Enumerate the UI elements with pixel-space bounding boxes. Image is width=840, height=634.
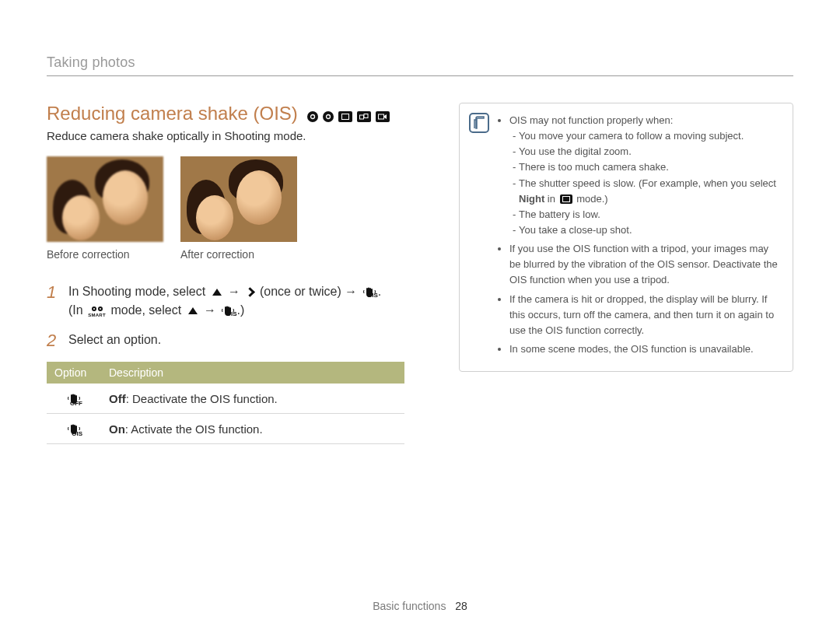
list-item: OIS may not function properly when: You … bbox=[509, 113, 782, 238]
list-item: You move your camera to follow a moving … bbox=[519, 128, 782, 144]
step-number: 2 bbox=[47, 331, 58, 351]
step1-text-a: In Shooting mode, select bbox=[68, 285, 209, 298]
note-b1-4b: in bbox=[544, 193, 558, 205]
list-item: The shutter speed is slow. (For example,… bbox=[519, 176, 782, 207]
off-desc: : Deactivate the OIS function. bbox=[126, 392, 278, 405]
svg-rect-4 bbox=[364, 114, 368, 118]
right-icon bbox=[245, 287, 254, 298]
heading-row: Reducing camera shake (OIS) bbox=[47, 103, 404, 124]
list-item: The battery is low. bbox=[519, 207, 782, 222]
camera-p-icon bbox=[323, 111, 334, 122]
note-box: OIS may not function properly when: You … bbox=[459, 103, 793, 372]
note-b1: OIS may not function properly when: bbox=[509, 114, 673, 126]
after-image bbox=[180, 156, 297, 242]
intro-text: Reduce camera shake optically in Shootin… bbox=[47, 129, 404, 142]
step1-text-d: mode, select bbox=[110, 303, 184, 317]
note-b1-4a: The shutter speed is slow. (For example,… bbox=[519, 177, 776, 189]
content-columns: Reducing camera shake (OIS) Reduce camer… bbox=[47, 103, 793, 444]
mode-icons bbox=[307, 111, 390, 122]
before-image-box: Before correction bbox=[47, 156, 163, 261]
up-icon bbox=[187, 306, 199, 317]
step-number: 1 bbox=[47, 282, 58, 320]
list-item: In some scene modes, the OIS function is… bbox=[509, 342, 782, 357]
on-label: On bbox=[109, 422, 125, 436]
page-number: 28 bbox=[455, 600, 467, 612]
scene-icon bbox=[338, 111, 352, 122]
col-option: Option bbox=[47, 362, 101, 384]
note-sublist: You move your camera to follow a moving … bbox=[509, 128, 782, 238]
scene-mode-icon bbox=[560, 194, 572, 204]
off-label: Off bbox=[109, 392, 126, 405]
svg-point-0 bbox=[310, 115, 314, 119]
options-table: Option Description OFF Off: Deactivate t… bbox=[47, 362, 404, 444]
step1-text-e: .) bbox=[236, 303, 244, 317]
table-row: OIS On: Activate the OIS function. bbox=[47, 414, 404, 444]
table-header-row: Option Description bbox=[47, 362, 404, 384]
option-desc-cell: On: Activate the OIS function. bbox=[101, 414, 404, 444]
svg-rect-2 bbox=[341, 114, 348, 120]
ois-hand-icon: OIS bbox=[221, 305, 235, 317]
page-footer: Basic functions 28 bbox=[0, 600, 840, 612]
ois-sub: OIS bbox=[72, 430, 82, 437]
off-sub: OFF bbox=[70, 400, 82, 407]
smart-auto-icon: SMART bbox=[88, 306, 106, 319]
arrow: → bbox=[228, 285, 240, 298]
step-2-body: Select an option. bbox=[68, 331, 161, 351]
arrow: → bbox=[345, 285, 357, 298]
on-desc: : Activate the OIS function. bbox=[125, 422, 263, 436]
list-item: You use the digital zoom. bbox=[519, 144, 782, 159]
footer-section: Basic functions bbox=[373, 600, 446, 612]
camera-icon bbox=[307, 111, 318, 122]
smart-label: SMART bbox=[88, 312, 106, 319]
step-1: 1 In Shooting mode, select → (once or tw… bbox=[47, 282, 404, 320]
step1-text-c: (In bbox=[68, 303, 86, 317]
breadcrumb: Taking photos bbox=[47, 54, 793, 71]
svg-rect-5 bbox=[378, 114, 383, 119]
manual-page: Taking photos Reducing camera shake (OIS… bbox=[0, 0, 840, 634]
before-caption: Before correction bbox=[47, 248, 163, 261]
col-description: Description bbox=[101, 362, 404, 384]
arrow: → bbox=[204, 303, 216, 317]
svg-rect-6 bbox=[562, 197, 569, 202]
svg-rect-3 bbox=[359, 115, 363, 119]
list-item: If you use the OIS function with a tripo… bbox=[509, 241, 782, 288]
after-image-box: After correction bbox=[180, 156, 297, 261]
option-icon-cell: OIS bbox=[47, 414, 101, 444]
steps-list: 1 In Shooting mode, select → (once or tw… bbox=[47, 282, 404, 351]
note-icon bbox=[469, 113, 489, 133]
note-list: OIS may not function properly when: You … bbox=[499, 113, 782, 357]
ois-sub: OIS bbox=[367, 291, 378, 300]
step-2: 2 Select an option. bbox=[47, 331, 404, 351]
note-b1-4c: mode.) bbox=[574, 193, 608, 205]
list-item: You take a close-up shot. bbox=[519, 222, 782, 238]
video-icon bbox=[376, 111, 390, 122]
ois-on-icon: OIS bbox=[67, 423, 81, 436]
period: . bbox=[378, 285, 381, 298]
page-title: Reducing camera shake (OIS) bbox=[47, 103, 298, 124]
night-label: Night bbox=[519, 193, 544, 205]
before-image bbox=[47, 156, 163, 242]
comparison-images: Before correction After correction bbox=[47, 156, 404, 261]
right-column: OIS may not function properly when: You … bbox=[459, 103, 793, 444]
ois-hand-icon: OIS bbox=[362, 286, 376, 299]
dual-icon bbox=[357, 111, 371, 122]
up-icon bbox=[211, 287, 223, 298]
option-icon-cell: OFF bbox=[47, 384, 101, 414]
ois-sub: OIS bbox=[226, 310, 237, 319]
after-caption: After correction bbox=[180, 248, 297, 261]
list-item: There is too much camera shake. bbox=[519, 159, 782, 175]
table-row: OFF Off: Deactivate the OIS function. bbox=[47, 384, 404, 414]
step-1-body: In Shooting mode, select → (once or twic… bbox=[68, 282, 381, 320]
list-item: If the camera is hit or dropped, the dis… bbox=[509, 292, 782, 338]
step1-text-b: (once or twice) bbox=[260, 285, 345, 298]
option-desc-cell: Off: Deactivate the OIS function. bbox=[101, 384, 404, 414]
left-column: Reducing camera shake (OIS) Reduce camer… bbox=[47, 103, 404, 444]
divider bbox=[47, 75, 793, 76]
ois-off-icon: OFF bbox=[67, 393, 81, 405]
svg-point-1 bbox=[326, 115, 330, 119]
